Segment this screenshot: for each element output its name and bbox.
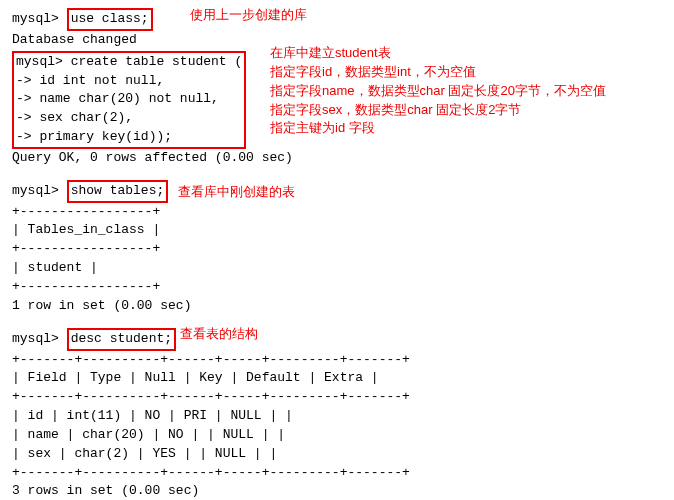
- cmd-create-table-l2: id int not null,: [39, 73, 164, 88]
- redbox-desc-student: desc student;: [67, 328, 176, 351]
- cmd-use-class: use class;: [71, 11, 149, 26]
- cmd-create-table-l4: sex char(2),: [39, 110, 133, 125]
- continuation: ->: [16, 110, 32, 125]
- resp-query-ok: Query OK, 0 rows affected (0.00 sec): [12, 149, 662, 168]
- prompt: mysql>: [12, 331, 59, 346]
- redbox-show-tables: show tables;: [67, 180, 169, 203]
- table-header: | Tables_in_class |: [12, 221, 662, 240]
- note-desc-student: 查看表的结构: [180, 325, 258, 344]
- prompt: mysql>: [12, 11, 59, 26]
- redbox-create-table: mysql> create table student ( -> id int …: [12, 51, 246, 149]
- table-border: +-----------------+: [12, 240, 662, 259]
- note-create-l4: 指定字段sex，数据类型char 固定长度2字节: [270, 101, 606, 120]
- desc-border: +-------+----------+------+-----+-------…: [12, 351, 662, 370]
- note-create-l2: 指定字段id，数据类型int，不为空值: [270, 63, 606, 82]
- cmd-desc-student: desc student;: [71, 331, 172, 346]
- desc-border: +-------+----------+------+-----+-------…: [12, 388, 662, 407]
- desc-row: | sex | char(2) | YES | | NULL | |: [12, 445, 662, 464]
- continuation: ->: [16, 91, 32, 106]
- note-create-l1: 在库中建立student表: [270, 44, 606, 63]
- note-show-tables: 查看库中刚创建的表: [178, 183, 295, 202]
- cmd-line-desc-student: mysql> desc student;: [12, 328, 662, 351]
- table-border: +-----------------+: [12, 278, 662, 297]
- desc-row: | id | int(11) | NO | PRI | NULL | |: [12, 407, 662, 426]
- redbox-use-class: use class;: [67, 8, 153, 31]
- table-row: | student |: [12, 259, 662, 278]
- cmd-line-show-tables: mysql> show tables;: [12, 180, 662, 203]
- prompt: mysql>: [12, 183, 59, 198]
- note-use-class: 使用上一步创建的库: [190, 6, 307, 25]
- note-create-l3: 指定字段name，数据类型char 固定长度20字节，不为空值: [270, 82, 606, 101]
- desc-border: +-------+----------+------+-----+-------…: [12, 464, 662, 483]
- note-create-l5: 指定主键为id 字段: [270, 119, 606, 138]
- continuation: ->: [16, 73, 32, 88]
- table-border: +-----------------+: [12, 203, 662, 222]
- cmd-line-use-class: mysql> use class;: [12, 8, 662, 31]
- continuation: ->: [16, 129, 32, 144]
- cmd-create-table-l5: primary key(id));: [39, 129, 172, 144]
- resp-1-row: 1 row in set (0.00 sec): [12, 297, 662, 316]
- noteblock-create-table: 在库中建立student表 指定字段id，数据类型int，不为空值 指定字段na…: [270, 44, 606, 138]
- resp-3-rows: 3 rows in set (0.00 sec): [12, 482, 662, 500]
- desc-row: | name | char(20) | NO | | NULL | |: [12, 426, 662, 445]
- cmd-create-table-l3: name char(20) not null,: [39, 91, 218, 106]
- cmd-create-table-l1: create table student (: [71, 54, 243, 69]
- cmd-show-tables: show tables;: [71, 183, 165, 198]
- desc-header: | Field | Type | Null | Key | Default | …: [12, 369, 662, 388]
- prompt: mysql>: [16, 54, 63, 69]
